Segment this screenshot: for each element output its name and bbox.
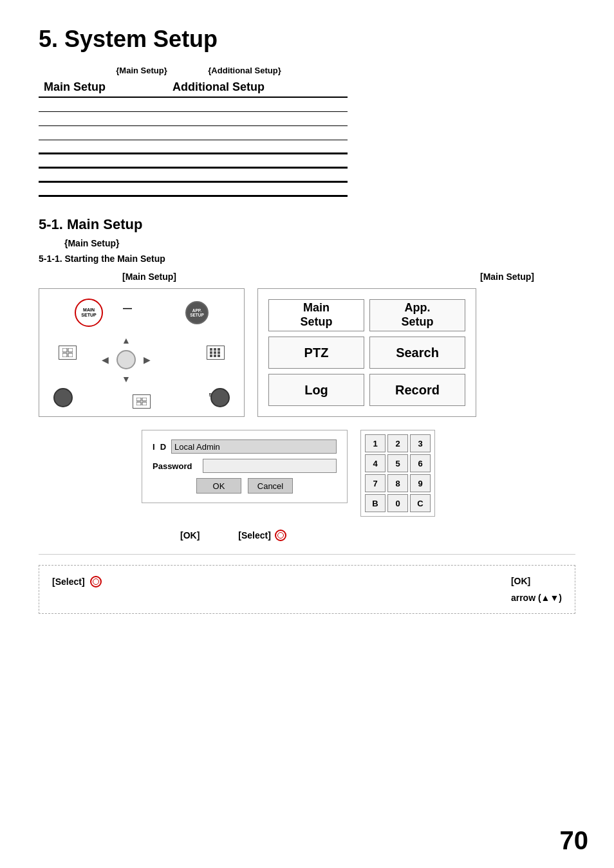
numpad-key-5[interactable]: 5 — [387, 454, 408, 472]
menu-btn-app-setup[interactable]: App.Setup — [369, 299, 465, 331]
bottom-section-content: [Select] [OK] arrow (▲▼) — [52, 576, 562, 603]
login-password-label: Password — [153, 461, 198, 471]
page-number: 70 — [560, 826, 589, 855]
label-ok-2: [OK] — [511, 576, 562, 586]
numpad-key-8[interactable]: 8 — [387, 474, 408, 492]
diagram-row: MAINSETUP — APP.SETUP ▲ ▼ ◀ ▶ — [39, 288, 575, 417]
svg-rect-14 — [142, 398, 147, 401]
tab-main-setup[interactable]: Main Setup — [39, 78, 167, 97]
dpad-right-arrow[interactable]: ▶ — [144, 355, 151, 365]
label-main-setup-right: [Main Setup] — [480, 272, 534, 282]
table-tabs-row: Main Setup Additional Setup — [39, 78, 348, 98]
table-header-main: {Main Setup} — [90, 66, 193, 75]
divider-1 — [39, 554, 575, 555]
bottom-right: [OK] arrow (▲▼) — [511, 576, 562, 603]
menu-btn-main-setup[interactable]: MainSetup — [268, 299, 364, 331]
dpad-down-arrow[interactable]: ▼ — [122, 374, 131, 384]
menu-btn-search[interactable]: Search — [369, 337, 465, 369]
grid-button-right[interactable] — [207, 346, 225, 360]
numpad-key-6[interactable]: 6 — [410, 454, 431, 472]
numpad-key-2[interactable]: 2 — [387, 434, 408, 452]
numpad-key-4[interactable]: 4 — [365, 454, 386, 472]
table-section: {Main Setup} {Additional Setup} Main Set… — [39, 66, 348, 197]
numpad-key-7[interactable]: 7 — [365, 474, 386, 492]
menu-btn-log[interactable]: Log — [268, 374, 364, 406]
label-main-setup-left: [Main Setup] — [122, 272, 176, 282]
dpad: ▲ ▼ ◀ ▶ — [100, 334, 152, 385]
table-header-additional: {Additional Setup} — [193, 66, 296, 75]
ptz-button[interactable] — [53, 388, 73, 407]
numpad: 1 2 3 4 5 6 7 8 9 B 0 C — [360, 430, 435, 517]
login-box: I D Password OK Cancel — [142, 430, 348, 503]
label-ok: [OK] — [180, 530, 200, 540]
bottom-section: [Select] [OK] arrow (▲▼) — [39, 565, 575, 614]
svg-rect-15 — [136, 402, 141, 405]
table-header-row: {Main Setup} {Additional Setup} — [39, 66, 348, 75]
remote-inner: MAINSETUP — APP.SETUP ▲ ▼ ◀ ▶ — [39, 289, 244, 416]
menu-grid-box: MainSetup App.Setup PTZ Search Log Recor… — [257, 288, 476, 417]
svg-rect-2 — [62, 353, 67, 357]
bottom-left: [Select] — [52, 576, 102, 587]
numpad-key-9[interactable]: 9 — [410, 474, 431, 492]
numpad-key-0[interactable]: 0 — [387, 494, 408, 512]
login-password-row: Password — [153, 459, 337, 473]
table-line-3 — [39, 127, 348, 140]
svg-rect-8 — [214, 351, 216, 354]
numpad-key-c[interactable]: C — [410, 494, 431, 512]
svg-rect-1 — [68, 348, 73, 352]
label-select-2: [Select] — [52, 577, 85, 587]
dash-label: — — [123, 303, 132, 313]
table-line-4 — [39, 142, 348, 154]
grid-button-left[interactable] — [59, 346, 77, 360]
label-select: [Select] — [238, 530, 286, 541]
menu-btn-ptz[interactable]: PTZ — [268, 337, 364, 369]
svg-rect-5 — [214, 348, 216, 351]
login-id-input[interactable] — [171, 439, 337, 454]
main-setup-button[interactable]: MAINSETUP — [75, 299, 103, 327]
svg-rect-11 — [214, 355, 216, 357]
login-password-input[interactable] — [203, 459, 337, 473]
table-line-1 — [39, 99, 348, 112]
svg-rect-4 — [210, 348, 212, 351]
table-line-6 — [39, 170, 348, 183]
login-ok-button[interactable]: OK — [196, 478, 241, 494]
select-icon — [275, 530, 286, 541]
table-line-5 — [39, 156, 348, 169]
svg-rect-7 — [210, 351, 212, 354]
svg-rect-9 — [218, 351, 220, 354]
login-cancel-button[interactable]: Cancel — [248, 478, 293, 494]
label-arrow: arrow (▲▼) — [511, 593, 562, 603]
section-5-1-title: 5-1. Main Setup — [39, 216, 575, 233]
svg-rect-6 — [218, 348, 220, 351]
section-5-1-1-title: 5-1-1. Starting the Main Setup — [39, 254, 575, 264]
menu-btn-record[interactable]: Record — [369, 374, 465, 406]
search-button[interactable] — [210, 388, 230, 407]
section-main-subtitle: {Main Setup} — [64, 238, 575, 248]
svg-rect-16 — [142, 402, 147, 405]
table-line-2 — [39, 113, 348, 126]
numpad-key-b[interactable]: B — [365, 494, 386, 512]
svg-rect-10 — [210, 355, 212, 357]
select-icon-2 — [90, 576, 102, 587]
app-setup-button[interactable]: APP.SETUP — [185, 301, 209, 324]
svg-rect-0 — [62, 348, 67, 352]
login-id-i-label: I — [153, 442, 155, 452]
svg-rect-13 — [136, 398, 141, 401]
numpad-key-1[interactable]: 1 — [365, 434, 386, 452]
dpad-left-arrow[interactable]: ◀ — [102, 355, 109, 365]
login-id-d-label: D — [160, 442, 166, 452]
login-id-row: I D — [153, 439, 337, 454]
table-line-7 — [39, 184, 348, 197]
grid-bottom-center[interactable] — [133, 394, 151, 409]
dpad-center[interactable] — [116, 350, 136, 369]
remote-control-box: MAINSETUP — APP.SETUP ▲ ▼ ◀ ▶ — [39, 288, 245, 417]
page-title: 5. System Setup — [39, 26, 575, 53]
label-row-ok-select: [OK] [Select] — [180, 530, 575, 541]
svg-rect-3 — [68, 353, 73, 357]
svg-rect-12 — [218, 355, 220, 357]
tab-additional-setup[interactable]: Additional Setup — [167, 78, 328, 97]
login-buttons: OK Cancel — [153, 478, 337, 494]
main-setup-label: MAINSETUP — [81, 308, 96, 317]
dpad-up-arrow[interactable]: ▲ — [122, 335, 131, 346]
numpad-key-3[interactable]: 3 — [410, 434, 431, 452]
